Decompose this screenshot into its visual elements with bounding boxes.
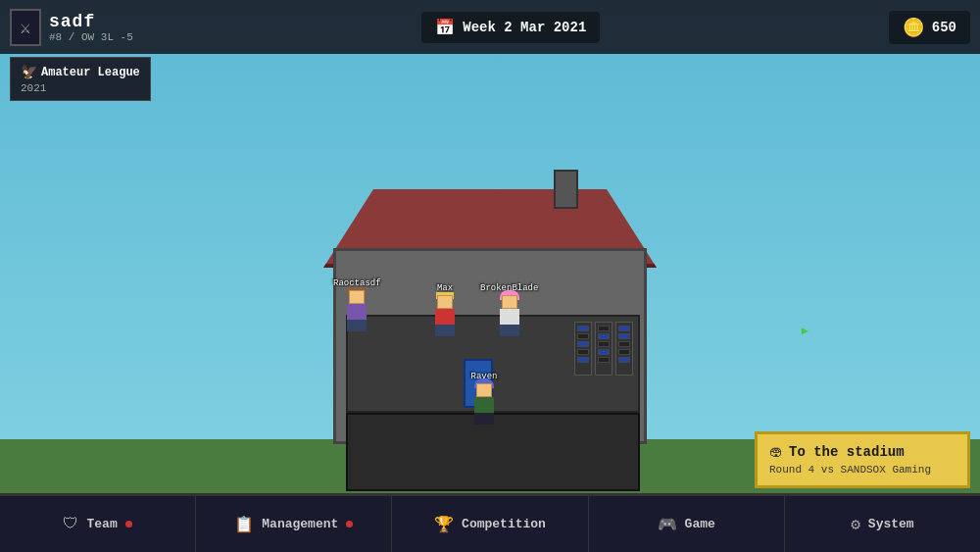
header-bar: ⚔ sadf #8 / OW 3L -5 📅 Week 2 Mar 2021 🪙… <box>0 0 980 54</box>
raoc-body <box>347 304 367 320</box>
team-label: Team <box>86 517 117 531</box>
trophy-icon: 🏆 <box>434 515 454 534</box>
nav-team[interactable]: 🛡 Team <box>0 496 196 552</box>
rack-1 <box>574 322 592 376</box>
nav-competition[interactable]: 🏆 Competition <box>392 496 588 552</box>
character-brokenblade: BrokenBlade <box>480 283 538 336</box>
raoc-sprite <box>343 290 370 331</box>
competition-label: Competition <box>462 517 546 531</box>
server-racks <box>574 322 633 376</box>
game-icon: 🎮 <box>658 515 677 534</box>
notif-subtitle: Round 4 vs SANDSOX Gaming <box>769 464 956 476</box>
max-sprite <box>431 295 459 336</box>
rack-2 <box>595 322 612 376</box>
league-name: Amateur League <box>41 66 140 79</box>
system-label: System <box>868 517 914 531</box>
team-info: sadf #8 / OW 3L -5 <box>49 12 133 43</box>
notification-popup[interactable]: 🏟 To the stadium Round 4 vs SANDSOX Gami… <box>755 431 970 488</box>
raven-body <box>474 397 494 413</box>
character-max: Max <box>431 283 459 336</box>
character-raoc: Raoctasdf <box>333 278 381 331</box>
raven-head <box>476 383 492 397</box>
raven-legs <box>474 413 494 425</box>
coin-icon: 🪙 <box>903 17 924 38</box>
chimney <box>554 170 578 209</box>
date-display: 📅 Week 2 Mar 2021 <box>421 12 600 43</box>
nav-management[interactable]: 📋 Management <box>196 496 392 552</box>
team-logo: ⚔ <box>10 9 41 46</box>
stadium-icon: 🏟 <box>769 444 783 460</box>
bb-body <box>500 309 519 325</box>
management-label: Management <box>262 517 338 531</box>
calendar-icon: 📅 <box>435 18 455 37</box>
nav-system[interactable]: ⚙ System <box>785 496 980 552</box>
rack-3 <box>615 322 633 376</box>
raoc-legs <box>347 320 367 331</box>
bb-head <box>502 295 517 309</box>
bb-sprite <box>496 295 523 336</box>
league-badge: 🦅 Amateur League 2021 <box>10 57 151 101</box>
max-legs <box>435 325 455 336</box>
character-raven: Raven <box>470 372 498 425</box>
nav-bar: 🛡 Team 📋 Management 🏆 Competition 🎮 Game… <box>0 493 980 552</box>
management-icon: 📋 <box>234 515 254 534</box>
bb-legs <box>500 325 519 336</box>
coins-display: 🪙 650 <box>889 11 970 44</box>
max-head <box>437 295 453 309</box>
interior-lower <box>346 413 640 491</box>
system-icon: ⚙ <box>851 515 860 534</box>
shield-icon: 🛡 <box>63 515 78 533</box>
cursor-arrow: ▶ <box>802 324 808 337</box>
raoc-head <box>349 290 365 304</box>
league-year: 2021 <box>21 82 140 94</box>
notif-title: To the stadium <box>789 444 905 460</box>
header-left: ⚔ sadf #8 / OW 3L -5 <box>10 9 133 46</box>
team-name: sadf <box>49 12 133 31</box>
raven-sprite <box>470 383 498 425</box>
game-label: Game <box>685 517 715 531</box>
team-dot <box>125 521 132 527</box>
coins-value: 650 <box>932 20 956 35</box>
notif-header: 🏟 To the stadium <box>769 444 956 460</box>
management-dot <box>346 521 353 527</box>
league-icon: 🦅 <box>21 64 37 80</box>
team-rank: #8 / OW 3L -5 <box>49 31 133 43</box>
nav-game[interactable]: 🎮 Game <box>589 496 785 552</box>
max-body <box>435 309 455 325</box>
header-date: Week 2 Mar 2021 <box>463 20 586 35</box>
